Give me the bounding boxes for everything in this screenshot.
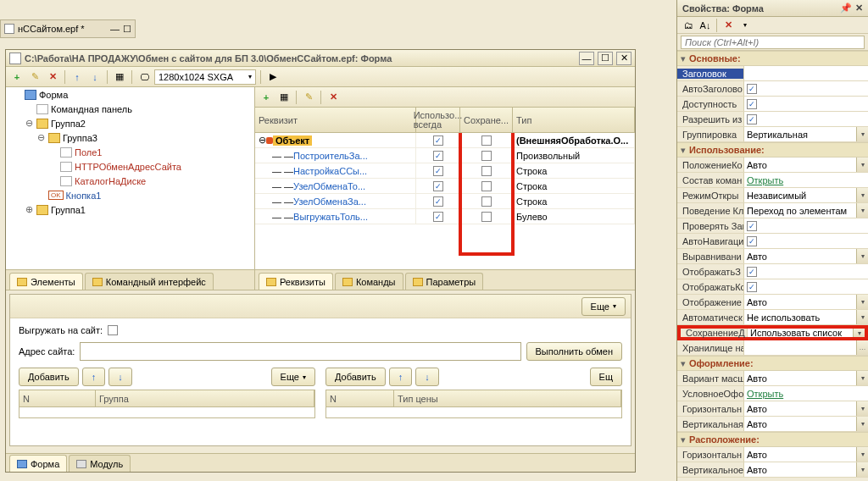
property-row[interactable]: ОтображатьКо✓ (677, 279, 868, 295)
table-row[interactable]: — — УзелОбменаЗа...✓Строка (255, 194, 635, 209)
down-left-button[interactable] (108, 368, 132, 386)
delete-icon[interactable]: ✕ (45, 69, 60, 85)
col-type[interactable]: Тип (513, 108, 635, 132)
right-table[interactable]: N Тип цены (326, 390, 622, 418)
properties-title[interactable]: Свойства: Форма 📌 ✕ (677, 0, 868, 17)
property-row[interactable]: ГоризонтальнАвто▾ (677, 447, 868, 462)
property-row[interactable]: Хранилище на… (677, 340, 868, 356)
property-row[interactable]: РежимОткрыНезависимый▾ (677, 188, 868, 203)
property-row[interactable]: ПоложениеКоАвто▾ (677, 158, 868, 173)
minimize-button[interactable]: — (579, 52, 594, 65)
category-header[interactable]: ▾Расположение: (677, 432, 868, 447)
edit-icon[interactable]: ✎ (27, 69, 42, 85)
tab-commands[interactable]: Команды (335, 273, 403, 290)
tree-item[interactable]: КаталогНаДиске (6, 174, 254, 188)
add-left-button[interactable]: Добавить (19, 368, 79, 386)
property-row[interactable]: СохранениеДИспользовать список▾ (677, 325, 868, 340)
property-row[interactable]: ОтображениеАвто▾ (677, 295, 868, 310)
close-button[interactable]: ✕ (616, 52, 632, 65)
minimize-icon[interactable]: — (110, 24, 120, 34)
tree-item[interactable]: ⊖Группа3 (6, 130, 254, 145)
col-group[interactable]: Группа (96, 390, 314, 406)
attributes-grid[interactable]: ⊖ Объект✓(ВнешняяОбработка.О...— — Постр… (255, 133, 635, 269)
tab-form[interactable]: Форма (9, 455, 67, 472)
add-right-button[interactable]: Добавить (326, 368, 386, 386)
edit-attr-icon[interactable]: ✎ (301, 90, 316, 105)
property-row[interactable]: АвтоматическНе использовать▾ (677, 310, 868, 325)
col-attribute[interactable]: Реквизит (255, 108, 416, 132)
tree-item[interactable]: ⊕Группа1 (6, 202, 254, 217)
property-row[interactable]: АвтоНавигаци✓ (677, 234, 868, 249)
sort-alpha-icon[interactable]: A↓ (698, 18, 713, 33)
category-header[interactable]: ▾Оформление: (677, 356, 868, 371)
move-up-icon[interactable] (70, 69, 85, 85)
tab-parameters[interactable]: Параметры (405, 273, 484, 290)
property-row[interactable]: УсловноеОфоОткрыть (677, 386, 868, 401)
props-close-icon[interactable]: ✕ (855, 3, 863, 14)
col-n-right[interactable]: N (326, 390, 394, 406)
maximize-button[interactable]: ☐ (598, 52, 613, 65)
property-row[interactable]: Заголовок (677, 66, 868, 81)
property-row[interactable]: АвтоЗаголово✓ (677, 81, 868, 97)
property-row[interactable]: ОтображатьЗ✓ (677, 264, 868, 279)
tree-item[interactable]: Поле1 (6, 145, 254, 159)
property-row[interactable]: Проверять Заг✓ (677, 218, 868, 234)
property-row[interactable]: Вариант масшАвто▾ (677, 371, 868, 386)
up-right-button[interactable] (389, 368, 413, 386)
col-price[interactable]: Тип цены (394, 390, 621, 406)
table-row[interactable]: — — ВыгружатьТоль...✓Булево (255, 209, 635, 224)
del-attr-icon[interactable]: ✕ (326, 90, 341, 105)
titlebar[interactable]: С:\Работа\НА ПРОДАЖУ\Обмен с сайтом для … (6, 50, 635, 67)
tab-elements[interactable]: Элементы (9, 273, 83, 290)
add-col-icon[interactable]: ▦ (276, 90, 292, 105)
left-table[interactable]: N Группа (19, 390, 315, 418)
table-row[interactable]: ⊖ Объект✓(ВнешняяОбработка.О... (255, 133, 635, 148)
category-header[interactable]: ▾Основные: (677, 51, 868, 66)
monitor-icon[interactable]: 🖵 (136, 69, 152, 85)
tree-item[interactable]: HTTPОбменАдресСайта (6, 159, 254, 174)
run-icon[interactable]: ▶ (265, 69, 281, 85)
up-left-button[interactable] (82, 368, 106, 386)
col-save[interactable]: Сохране... (460, 108, 513, 132)
property-row[interactable]: ВертикальноеАвто▾ (677, 462, 868, 478)
category-header[interactable]: ▾Использование: (677, 142, 868, 158)
col-use-always[interactable]: Использо... всегда (416, 108, 460, 132)
tree-item[interactable]: Командная панель (6, 102, 254, 116)
more-left-button[interactable]: Еще▾ (271, 368, 315, 386)
tab-command-interface[interactable]: Командный интерфейс (85, 273, 214, 290)
sort-cat-icon[interactable]: 🗂 (681, 18, 696, 33)
property-row[interactable]: Разрешить из✓ (677, 112, 868, 127)
clear-icon[interactable]: ✕ (721, 18, 736, 33)
tree-item[interactable]: ⊖Группа2 (6, 116, 254, 130)
add-icon[interactable]: + (9, 69, 25, 85)
property-row[interactable]: Доступность✓ (677, 97, 868, 112)
property-row[interactable]: ВыравниваниАвто▾ (677, 249, 868, 264)
move-down-icon[interactable] (87, 69, 103, 85)
props-body[interactable]: ▾Основные:ЗаголовокАвтоЗаголово✓Доступно… (677, 51, 868, 479)
address-input[interactable] (80, 342, 520, 361)
exchange-button[interactable]: Выполнить обмен (526, 342, 622, 361)
tab-module[interactable]: Модуль (69, 455, 131, 472)
tab-attributes[interactable]: Реквизиты (259, 273, 333, 290)
tree-item[interactable]: OKКнопка1 (6, 188, 254, 202)
elements-tree[interactable]: ФормаКомандная панель⊖Группа2⊖Группа3Пол… (6, 87, 254, 269)
property-row[interactable]: ГруппировкаВертикальная▾ (677, 127, 868, 142)
form-icon[interactable]: ▦ (112, 69, 127, 85)
table-row[interactable]: — — ПостроительЗа...✓Произвольный (255, 148, 635, 163)
table-row[interactable]: — — НастройкаССы...✓Строка (255, 163, 635, 179)
property-row[interactable]: ВертикальнаяАвто▾ (677, 417, 868, 432)
down-right-button[interactable] (415, 368, 439, 386)
background-tab[interactable]: нССайтом.epf * — ☐ (0, 19, 136, 38)
props-search-input[interactable] (681, 36, 865, 49)
property-row[interactable]: Состав команОткрыть (677, 173, 868, 188)
help-icon[interactable]: ▾ (737, 18, 753, 33)
add-attr-icon[interactable]: + (259, 90, 274, 105)
col-n-left[interactable]: N (19, 390, 96, 406)
upload-checkbox[interactable] (108, 325, 118, 335)
more-button[interactable]: Еще▾ (581, 297, 626, 316)
tree-item[interactable]: Форма (6, 87, 254, 102)
more-right-button[interactable]: Ещ (590, 368, 622, 386)
property-row[interactable]: ГоризонтальнАвто▾ (677, 401, 868, 417)
table-row[interactable]: — — УзелОбменаТо...✓Строка (255, 179, 635, 194)
props-pin-icon[interactable]: 📌 (840, 3, 852, 14)
